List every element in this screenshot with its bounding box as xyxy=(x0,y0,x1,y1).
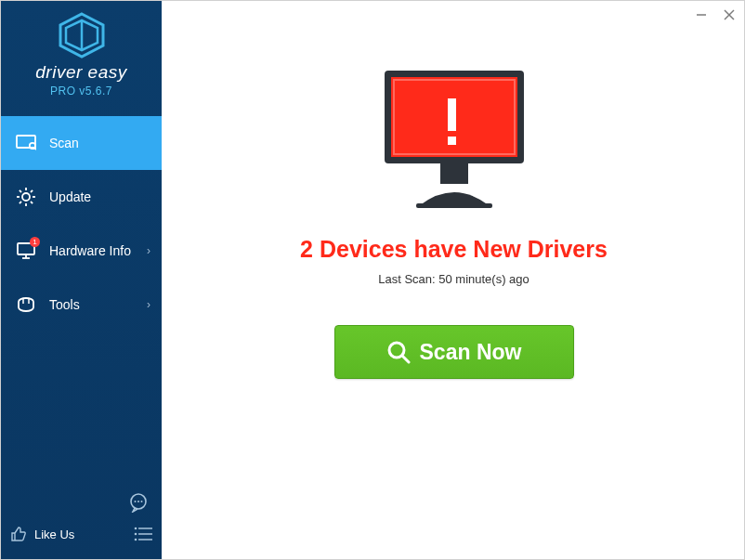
close-icon xyxy=(724,9,735,20)
scan-button-label: Scan Now xyxy=(420,340,522,365)
svg-point-23 xyxy=(141,501,143,502)
logo-area: driver easy PRO v5.6.7 xyxy=(1,1,162,107)
chevron-right-icon: › xyxy=(147,244,150,257)
chevron-right-icon: › xyxy=(147,298,150,311)
titlebar xyxy=(162,1,745,29)
sidebar-item-label: Hardware Info xyxy=(49,243,131,258)
svg-rect-38 xyxy=(440,163,468,184)
alert-monitor-graphic xyxy=(162,66,745,210)
close-button[interactable] xyxy=(722,7,737,22)
sidebar-item-hardware[interactable]: 1 Hardware Info › xyxy=(1,224,162,278)
sidebar-item-label: Scan xyxy=(49,136,79,150)
headline-text: 2 Devices have New Drivers xyxy=(162,236,745,263)
svg-line-5 xyxy=(34,148,36,150)
sidebar-item-scan[interactable]: Scan xyxy=(1,116,162,170)
version-label: PRO v5.6.7 xyxy=(1,85,162,98)
likeus-button[interactable]: Like Us xyxy=(10,526,74,542)
content: 2 Devices have New Drivers Last Scan: 50… xyxy=(162,29,745,379)
svg-line-11 xyxy=(20,190,21,192)
nav: Scan Update xyxy=(1,116,162,332)
monitor-icon: 1 xyxy=(16,241,36,261)
search-icon xyxy=(386,340,411,364)
svg-rect-36 xyxy=(448,98,456,131)
svg-line-14 xyxy=(31,190,33,192)
svg-point-22 xyxy=(137,501,139,502)
svg-point-21 xyxy=(135,501,137,502)
product-name: driver easy xyxy=(1,62,162,83)
sidebar: driver easy PRO v5.6.7 Scan xyxy=(1,1,162,560)
svg-line-41 xyxy=(402,356,409,362)
feedback-button[interactable] xyxy=(128,492,149,513)
svg-point-6 xyxy=(22,193,30,201)
menu-icon xyxy=(134,527,152,541)
svg-point-24 xyxy=(135,527,137,530)
svg-rect-39 xyxy=(416,203,492,208)
menu-button[interactable] xyxy=(134,527,152,541)
sidebar-item-tools[interactable]: Tools › xyxy=(1,278,162,332)
svg-rect-3 xyxy=(17,136,35,148)
main-area: 2 Devices have New Drivers Last Scan: 50… xyxy=(162,1,745,560)
thumbs-up-icon xyxy=(10,526,27,542)
sidebar-bottom: Like Us xyxy=(1,475,162,560)
svg-rect-37 xyxy=(448,137,456,145)
svg-point-28 xyxy=(135,539,137,541)
sidebar-item-label: Tools xyxy=(49,297,80,312)
toolbox-icon xyxy=(16,294,36,315)
minimize-button[interactable] xyxy=(694,7,709,22)
sidebar-item-update[interactable]: Update xyxy=(1,170,162,224)
logo-icon xyxy=(57,12,107,59)
sidebar-item-label: Update xyxy=(49,189,91,204)
scan-icon xyxy=(16,133,36,153)
last-scan-text: Last Scan: 50 minute(s) ago xyxy=(162,272,745,286)
badge-count: 1 xyxy=(30,237,40,247)
minimize-icon xyxy=(696,9,707,20)
likeus-label: Like Us xyxy=(34,527,74,541)
svg-line-12 xyxy=(31,202,33,203)
svg-line-13 xyxy=(20,202,21,203)
gear-icon xyxy=(16,187,36,207)
svg-point-26 xyxy=(135,533,137,536)
chat-icon xyxy=(128,492,149,513)
scan-now-button[interactable]: Scan Now xyxy=(334,325,574,379)
